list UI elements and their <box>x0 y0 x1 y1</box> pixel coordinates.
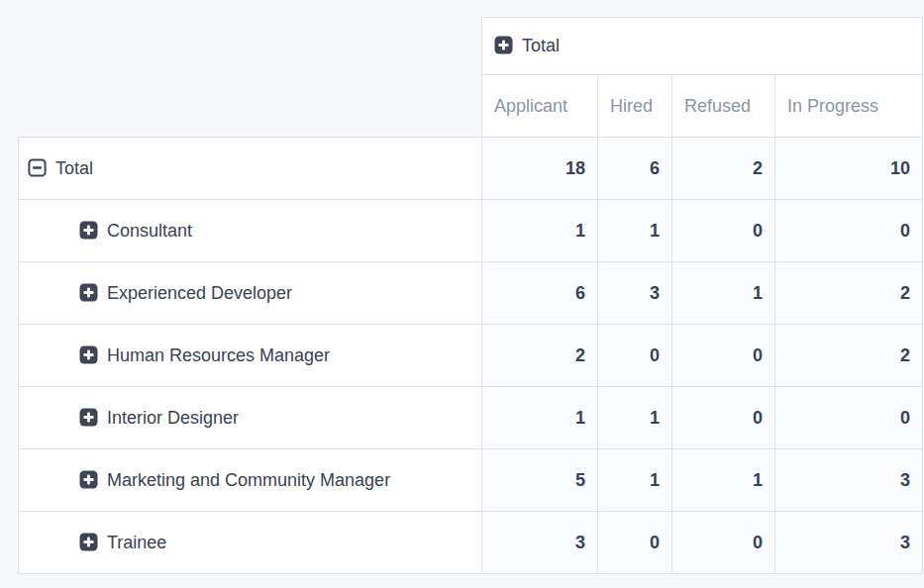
pivot-cell: 0 <box>672 325 775 387</box>
measure-header-hired[interactable]: Hired <box>598 75 672 138</box>
plus-square-icon <box>79 470 98 489</box>
pivot-cell: 1 <box>482 200 598 262</box>
pivot-corner-cell <box>19 18 482 75</box>
pivot-cell: 0 <box>672 512 775 574</box>
pivot-cell: 2 <box>482 325 598 387</box>
pivot-cell: 2 <box>775 325 923 387</box>
pivot-cell: 0 <box>775 387 923 449</box>
table-row: Human Resources Manager 2 0 0 2 <box>19 325 923 387</box>
measure-header-refused[interactable]: Refused <box>672 75 775 138</box>
row-label: Human Resources Manager <box>107 345 330 365</box>
row-label: Experienced Developer <box>107 283 292 303</box>
row-label: Trainee <box>107 533 166 552</box>
row-header-consultant[interactable]: Consultant <box>19 200 482 262</box>
pivot-cell: 1 <box>482 387 598 449</box>
pivot-cell: 0 <box>598 325 672 387</box>
plus-square-icon <box>79 533 98 551</box>
row-header-interior-designer[interactable]: Interior Designer <box>19 387 482 449</box>
pivot-cell: 6 <box>482 262 598 325</box>
plus-square-icon <box>494 36 513 54</box>
plus-square-icon <box>79 221 98 240</box>
plus-square-icon <box>79 283 98 302</box>
row-header-human-resources-manager[interactable]: Human Resources Manager <box>19 325 482 387</box>
pivot-table: Total Applicant Hired Refused In Progres… <box>18 17 923 574</box>
pivot-cell: 2 <box>775 262 923 325</box>
pivot-cell: 10 <box>775 138 923 200</box>
plus-square-icon <box>79 345 98 364</box>
column-group-header-total[interactable]: Total <box>482 18 923 75</box>
measure-header-applicant[interactable]: Applicant <box>482 75 598 138</box>
plus-square-icon <box>79 408 98 427</box>
pivot-cell: 0 <box>672 200 775 262</box>
pivot-cell: 6 <box>598 138 672 200</box>
pivot-corner-cell <box>19 75 482 138</box>
pivot-cell: 1 <box>598 200 672 262</box>
pivot-cell: 0 <box>775 200 923 262</box>
row-label: Marketing and Community Manager <box>107 470 390 490</box>
minus-square-icon <box>28 158 47 177</box>
row-header-total[interactable]: Total <box>19 138 482 200</box>
pivot-cell: 2 <box>672 138 775 200</box>
pivot-cell: 1 <box>598 387 672 449</box>
pivot-cell: 3 <box>598 262 672 325</box>
pivot-cell: 5 <box>482 449 598 512</box>
table-row: Experienced Developer 6 3 1 2 <box>19 262 923 325</box>
row-label: Interior Designer <box>107 408 239 428</box>
pivot-cell: 3 <box>775 449 923 512</box>
row-header-trainee[interactable]: Trainee <box>19 512 482 574</box>
pivot-cell: 18 <box>482 138 598 200</box>
pivot-cell: 1 <box>672 449 775 512</box>
pivot-cell: 3 <box>482 512 598 574</box>
pivot-cell: 0 <box>672 387 775 449</box>
row-label: Consultant <box>107 221 192 241</box>
pivot-cell: 0 <box>598 512 672 574</box>
pivot-cell: 3 <box>775 512 923 574</box>
column-group-row: Total <box>19 18 923 75</box>
row-label: Total <box>55 158 93 178</box>
row-header-experienced-developer[interactable]: Experienced Developer <box>19 262 482 325</box>
table-row: Consultant 1 1 0 0 <box>19 200 923 262</box>
table-row: Total 18 6 2 10 <box>19 138 923 200</box>
table-row: Trainee 3 0 0 3 <box>19 512 923 574</box>
pivot-cell: 1 <box>672 262 775 325</box>
measure-header-row: Applicant Hired Refused In Progress <box>19 75 923 138</box>
row-header-marketing-and-community-manager[interactable]: Marketing and Community Manager <box>19 449 482 512</box>
table-row: Marketing and Community Manager 5 1 1 3 <box>19 449 923 512</box>
table-row: Interior Designer 1 1 0 0 <box>19 387 923 449</box>
pivot-cell: 1 <box>598 449 672 512</box>
column-group-label: Total <box>522 36 560 55</box>
measure-header-in-progress[interactable]: In Progress <box>775 75 923 138</box>
